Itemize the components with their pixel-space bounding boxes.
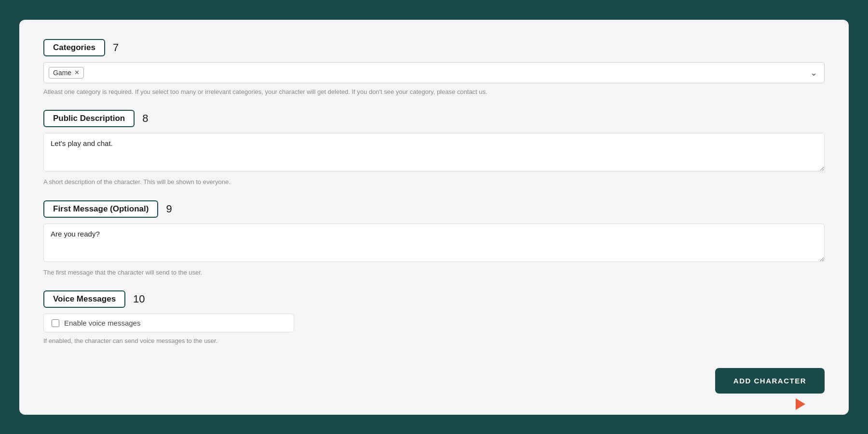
public-description-label: Public Description [43, 110, 135, 127]
categories-hint: Atleast one category is required. If you… [43, 87, 825, 97]
voice-messages-hint: If enabled, the character can send voice… [43, 336, 825, 346]
first-message-label: First Message (Optional) [43, 200, 158, 218]
voice-messages-label: Voice Messages [43, 290, 125, 308]
first-message-hint: The first message that the character wil… [43, 268, 825, 277]
cursor-arrow-icon [796, 398, 805, 410]
categories-label: Categories [43, 39, 105, 56]
category-tag-game: Game ✕ [49, 67, 84, 79]
categories-header: Categories 7 [43, 39, 825, 56]
voice-messages-checkbox[interactable] [52, 319, 59, 327]
add-character-button[interactable]: ADD CHARACTER [715, 368, 825, 394]
public-description-number: 8 [142, 112, 148, 125]
category-tag-close-icon[interactable]: ✕ [74, 69, 80, 76]
first-message-header: First Message (Optional) 9 [43, 200, 825, 218]
voice-messages-section: Voice Messages 10 Enable voice messages … [43, 290, 825, 346]
public-description-textarea[interactable]: Let's play and chat. [43, 133, 825, 171]
main-container: Categories 7 Game ✕ ⌄ Atleast one catego… [19, 20, 849, 415]
public-description-header: Public Description 8 [43, 110, 825, 127]
categories-select[interactable]: Game ✕ ⌄ [43, 62, 825, 83]
categories-section: Categories 7 Game ✕ ⌄ Atleast one catego… [43, 39, 825, 97]
public-description-hint: A short description of the character. Th… [43, 177, 825, 187]
first-message-textarea[interactable]: Are you ready? [43, 224, 825, 262]
dropdown-arrow-icon[interactable]: ⌄ [810, 67, 817, 78]
voice-messages-number: 10 [133, 293, 145, 305]
public-description-section: Public Description 8 Let's play and chat… [43, 110, 825, 187]
first-message-section: First Message (Optional) 9 Are you ready… [43, 200, 825, 277]
categories-number: 7 [113, 41, 119, 54]
voice-messages-checkbox-label[interactable]: Enable voice messages [64, 319, 140, 327]
voice-messages-header: Voice Messages 10 [43, 290, 825, 308]
category-tag-text: Game [53, 69, 71, 77]
first-message-number: 9 [166, 203, 172, 215]
voice-messages-checkbox-row[interactable]: Enable voice messages [43, 314, 294, 332]
